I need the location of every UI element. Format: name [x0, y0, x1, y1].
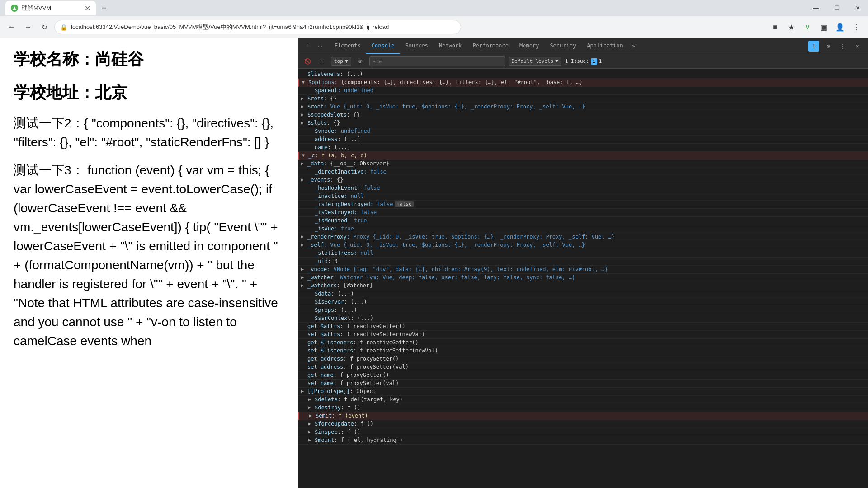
- console-line: ▶$slots: {}: [298, 119, 868, 127]
- expand-arrow-icon[interactable]: ▶: [301, 112, 304, 117]
- expand-arrow-icon[interactable]: ▶: [301, 177, 304, 182]
- console-line: ▶_events: {}: [298, 176, 868, 184]
- browser-actions: ■ ★ V ▣ 👤 ⋮: [769, 21, 863, 33]
- log-levels-selector[interactable]: Default levels ▼: [509, 57, 561, 66]
- eye-icon[interactable]: 👁: [355, 56, 366, 67]
- expand-arrow-icon[interactable]: ▶: [301, 161, 304, 166]
- console-line-text: $root: Vue {_uid: 0, _isVue: true, $opti…: [307, 103, 585, 110]
- console-context-selector[interactable]: top ▼: [331, 57, 351, 66]
- school-name-value: 尚硅谷: [95, 50, 144, 68]
- console-line: $listeners: (...): [298, 70, 868, 79]
- expand-arrow-icon[interactable]: ▶: [301, 234, 304, 239]
- expand-arrow-icon[interactable]: ▶: [308, 429, 311, 434]
- console-line-text: $listeners: (...): [307, 71, 363, 77]
- console-line: _isMounted: true: [298, 217, 868, 225]
- expand-arrow-icon[interactable]: ▶: [301, 267, 304, 272]
- console-line-text: _watcher: Watcher {vm: Vue, deep: false,…: [307, 274, 575, 281]
- address-bar[interactable]: 🔒 localhost:63342/VueDemo/vue_basic/05_M…: [54, 20, 461, 34]
- settings-icon[interactable]: ⚙: [823, 41, 834, 52]
- tab-more[interactable]: »: [628, 43, 639, 49]
- expand-arrow-icon[interactable]: ▶: [301, 389, 304, 394]
- extensions-icon[interactable]: ▣: [817, 21, 830, 33]
- expand-arrow-icon[interactable]: ▶: [301, 104, 304, 109]
- console-output: $listeners: (...)▼$options: {components:…: [298, 69, 868, 488]
- expand-arrow-icon[interactable]: ▶: [301, 275, 304, 280]
- console-line: _isDestroyed: false: [298, 209, 868, 217]
- console-line: get $listeners: f reactiveGetter(): [298, 339, 868, 347]
- console-line: $vnode: undefined: [298, 127, 868, 136]
- console-line: ▶_watchers: [Watcher]: [298, 282, 868, 290]
- log-levels-dropdown-icon: ▼: [555, 58, 558, 64]
- console-filter-icon[interactable]: ☐: [316, 56, 327, 67]
- tab-favicon: [11, 5, 18, 12]
- tab-network[interactable]: Network: [434, 38, 467, 54]
- expand-arrow-icon[interactable]: ▶: [308, 397, 311, 402]
- console-line: $isServer: (...): [298, 298, 868, 306]
- console-line: name: (...): [298, 144, 868, 152]
- tab-memory[interactable]: Memory: [514, 38, 544, 54]
- tab-console[interactable]: Console: [366, 38, 400, 54]
- close-button[interactable]: ✕: [847, 1, 868, 15]
- issue-label: 1 Issue:: [565, 58, 589, 64]
- notification-badge[interactable]: 1: [808, 41, 819, 52]
- vue-devtools-icon[interactable]: V: [801, 21, 814, 33]
- maximize-button[interactable]: ❐: [826, 1, 847, 15]
- console-line-text: $destroy: f (): [315, 404, 360, 411]
- console-line: ▶$emit: f (event): [298, 412, 868, 420]
- expand-arrow-icon[interactable]: ▼: [302, 80, 305, 84]
- console-line: ▼_c: f (a, b, c, d): [298, 152, 868, 160]
- cast-icon[interactable]: ■: [769, 21, 781, 33]
- expand-arrow-icon[interactable]: ▶: [301, 242, 304, 247]
- console-line-text: set $listeners: f reactiveSetter(newVal): [307, 347, 438, 354]
- tab-security[interactable]: Security: [544, 38, 581, 54]
- expand-arrow-icon[interactable]: ▶: [301, 283, 304, 288]
- console-line-text: $slots: {}: [307, 120, 340, 126]
- console-line: _hasHookEvent: false: [298, 184, 868, 192]
- window-controls: — ❐ ✕: [806, 1, 868, 15]
- console-line: ▶$delete: f del(target, key): [298, 396, 868, 404]
- console-line-text: get $attrs: f reactiveGetter(): [307, 323, 406, 329]
- tab-sources[interactable]: Sources: [400, 38, 434, 54]
- console-clear-icon[interactable]: 🚫: [302, 56, 313, 67]
- school-addr: 学校地址：北京: [14, 80, 284, 105]
- devtools-inspect-icon[interactable]: ◦: [302, 41, 313, 52]
- devtools-toolbar: 🚫 ☐ top ▼ 👁 Default levels ▼ 1 Issue: 1 …: [298, 54, 868, 69]
- console-line: get $attrs: f reactiveGetter(): [298, 323, 868, 331]
- console-line: _directInactive: false: [298, 168, 868, 176]
- devtools-device-icon[interactable]: ▭: [315, 41, 326, 52]
- browser-tab[interactable]: 理解MVVM ✕: [5, 1, 96, 15]
- expand-arrow-icon[interactable]: ▶: [308, 421, 311, 426]
- close-devtools-icon[interactable]: ✕: [852, 41, 863, 52]
- back-button[interactable]: ←: [5, 21, 18, 33]
- expand-arrow-icon[interactable]: ▶: [308, 405, 311, 410]
- bookmark-icon[interactable]: ★: [785, 21, 797, 33]
- profile-icon[interactable]: 👤: [834, 21, 846, 33]
- minimize-button[interactable]: —: [806, 1, 826, 15]
- issue-count-text: 1: [599, 58, 602, 64]
- more-options-icon[interactable]: ⋮: [837, 41, 848, 52]
- expand-arrow-icon[interactable]: ▶: [301, 120, 304, 125]
- menu-icon[interactable]: ⋮: [850, 21, 863, 33]
- tab-performance[interactable]: Performance: [467, 38, 514, 54]
- console-line: _uid: 0: [298, 258, 868, 266]
- svg-marker-0: [13, 6, 16, 10]
- console-line-text: _hasHookEvent: false: [315, 185, 380, 191]
- expand-arrow-icon[interactable]: ▶: [308, 437, 311, 442]
- expand-arrow-icon[interactable]: ▼: [302, 153, 305, 158]
- tab-elements[interactable]: Elements: [329, 38, 366, 54]
- test2-paragraph: 测试一下2：{ "components": {}, "directives": …: [14, 114, 284, 152]
- tab-application[interactable]: Application: [581, 38, 628, 54]
- expand-arrow-icon[interactable]: ▶: [309, 413, 312, 418]
- new-tab-button[interactable]: +: [98, 2, 110, 14]
- console-line: ▶$scopedSlots: {}: [298, 111, 868, 119]
- issues-badge[interactable]: 1 Issue: 1 1: [565, 58, 602, 65]
- school-addr-value: 北京: [95, 83, 127, 102]
- tab-close-button[interactable]: ✕: [85, 4, 90, 13]
- console-line-text: $options: {components: {…}, directives: …: [308, 79, 583, 85]
- reload-button[interactable]: ↻: [38, 21, 51, 33]
- expand-arrow-icon[interactable]: ▶: [301, 96, 304, 101]
- console-line-text: address: (...): [315, 136, 360, 142]
- forward-button[interactable]: →: [22, 21, 34, 33]
- console-line: _inactive: null: [298, 192, 868, 201]
- console-filter-input[interactable]: [369, 56, 505, 66]
